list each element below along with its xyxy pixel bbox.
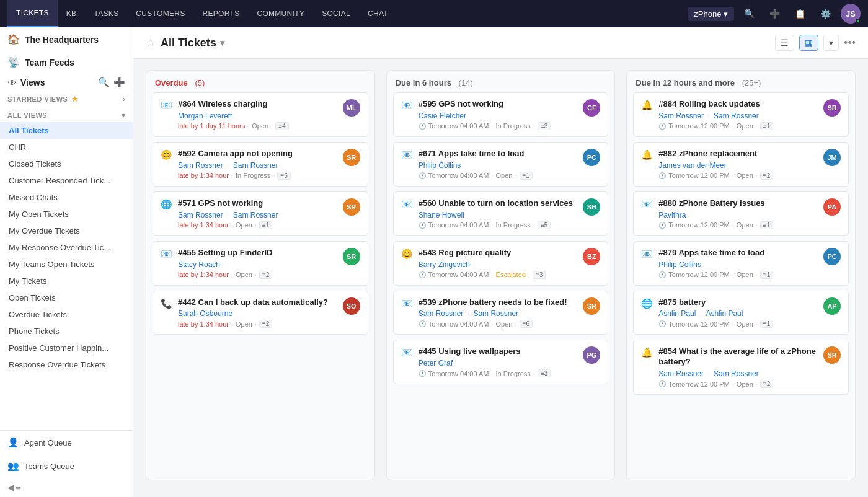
add-button[interactable]: ➕	[764, 6, 785, 21]
ticket-agent-secondary[interactable]: Sam Rossner	[473, 309, 518, 318]
sidebar-item-my-teams-open-tickets[interactable]: My Teams Open Tickets	[0, 256, 133, 273]
ticket-meta: 🕐 Tomorrow 12:00 PM · Open · ≡2	[658, 380, 818, 388]
ticket-agent-primary[interactable]: Casie Fletcher	[418, 112, 466, 120]
ticket-card-442[interactable]: 📞 #442 Can I back up data automatically?…	[153, 291, 368, 335]
ticket-card-592[interactable]: 😊 #592 Camera app not opening Sam Rossne…	[153, 142, 368, 187]
ticket-card-595[interactable]: 📧 #595 GPS not working Casie Fletcher 🕐 …	[393, 92, 609, 137]
sidebar-item-positive-customer-happin---[interactable]: Positive Customer Happin...	[0, 340, 133, 356]
ticket-agent-primary[interactable]: Philip Collins	[418, 161, 461, 170]
search-button[interactable]: 🔍	[739, 6, 760, 21]
zphone-button[interactable]: zPhone ▾	[688, 7, 734, 21]
sidebar-item-my-overdue-tickets[interactable]: My Overdue Tickets	[0, 222, 133, 239]
ticket-agent-primary[interactable]: James van der Meer	[658, 161, 726, 170]
ticket-agent-secondary[interactable]: Sam Rossner	[714, 369, 759, 378]
ticket-card-884[interactable]: 🔔 #884 Rolling back updates Sam Rossner …	[633, 92, 849, 137]
ticket-agent-primary[interactable]: Sarah Osbourne	[178, 309, 232, 318]
ticket-status: Open	[236, 221, 252, 229]
sidebar-item-customer-responded-tick---[interactable]: Customer Responded Tick...	[0, 172, 133, 189]
nav-item-reports[interactable]: REPORTS	[194, 0, 249, 27]
ticket-card-879[interactable]: 📧 #879 Apps take time to load Philip Col…	[633, 241, 849, 286]
sidebar-item-response-overdue-tickets[interactable]: Response Overdue Tickets	[0, 356, 133, 373]
view-options-button[interactable]: ▾	[823, 35, 839, 51]
views-search-icon[interactable]: 🔍	[98, 77, 110, 88]
nav-item-tasks[interactable]: TASKS	[85, 0, 127, 27]
grid-view-button[interactable]: ▦	[799, 35, 818, 51]
ticket-title: #592 Camera app not opening	[178, 149, 338, 159]
sidebar-team-feeds[interactable]: 📡 Team Feeds	[0, 50, 133, 73]
agent-queue-item[interactable]: 👤 Agent Queue	[0, 431, 133, 454]
sidebar-item-overdue-tickets[interactable]: Overdue Tickets	[0, 306, 133, 323]
teams-queue-item[interactable]: 👥 Teams Queue	[0, 454, 133, 478]
ticket-card-560[interactable]: 📧 #560 Unable to turn on location servic…	[393, 191, 609, 236]
ticket-agent-primary[interactable]: Sam Rossner	[658, 369, 704, 378]
ticket-card-455[interactable]: 📧 #455 Setting up FinderID Stacy Roach l…	[153, 241, 368, 286]
ticket-card-539[interactable]: 📧 #539 zPhone battery needs to be fixed!…	[393, 291, 609, 335]
ticket-agent-primary[interactable]: Pavithra	[658, 211, 686, 219]
ticket-agent-secondary[interactable]: Ashlin Paul	[706, 309, 743, 318]
sidebar-item-my-response-overdue-tic---[interactable]: My Response Overdue Tic...	[0, 239, 133, 256]
ticket-agent-primary[interactable]: Sam Rossner	[418, 309, 464, 318]
sidebar-item-my-tickets[interactable]: My Tickets	[0, 273, 133, 289]
ticket-agent-primary[interactable]: Sam Rossner	[178, 211, 223, 219]
sidebar-item-missed-chats[interactable]: Missed Chats	[0, 189, 133, 206]
sidebar-item-phone-tickets[interactable]: Phone Tickets	[0, 323, 133, 340]
ticket-body: #455 Setting up FinderID Stacy Roach lat…	[178, 248, 338, 279]
ticket-agent-primary[interactable]: Shane Howell	[418, 211, 464, 219]
ticket-card-571[interactable]: 🌐 #571 GPS not working Sam Rossner · Sam…	[153, 191, 368, 236]
ticket-card-875[interactable]: 🌐 #875 battery Ashlin Paul · Ashlin Paul…	[633, 291, 849, 335]
clock-icon: 🕐	[658, 222, 666, 229]
starred-views-expand[interactable]: ›	[123, 95, 125, 103]
ticket-agent-primary[interactable]: Sam Rossner	[658, 112, 704, 120]
headquarters-icon: 🏠	[7, 33, 20, 45]
nav-item-customers[interactable]: CUSTOMERS	[127, 0, 193, 27]
nav-item-community[interactable]: COMMUNITY	[248, 0, 313, 27]
views-add-icon[interactable]: ➕	[113, 77, 125, 88]
ticket-card-445[interactable]: 📧 #445 Using live wallpapers Peter Graf …	[393, 340, 609, 384]
notifications-button[interactable]: 📋	[790, 6, 810, 21]
ticket-agent-secondary[interactable]: Sam Rossner	[233, 211, 278, 219]
sidebar-item-open-tickets[interactable]: Open Tickets	[0, 289, 133, 306]
sidebar-item-closed-tickets[interactable]: Closed Tickets	[0, 156, 133, 172]
ticket-agent-primary[interactable]: Morgan Leverett	[178, 112, 232, 120]
sidebar-item-my-open-tickets[interactable]: My Open Tickets	[0, 206, 133, 222]
settings-button[interactable]: ⚙️	[815, 6, 836, 21]
ticket-agent-secondary[interactable]: Sam Rossner	[233, 161, 278, 170]
ticket-badge: ≡6	[520, 320, 533, 328]
sidebar-item-all-tickets[interactable]: All Tickets	[0, 122, 133, 139]
all-views-collapse[interactable]: ▾	[122, 111, 125, 120]
more-options-button[interactable]: •••	[844, 37, 856, 50]
ticket-agent-primary[interactable]: Ashlin Paul	[658, 309, 696, 318]
nav-item-social[interactable]: SOCIAL	[313, 0, 359, 27]
ticket-card-882[interactable]: 🔔 #882 zPhone replacement James van der …	[633, 142, 849, 187]
nav-item-chat[interactable]: CHAT	[359, 0, 397, 27]
favorite-star-icon[interactable]: ☆	[146, 36, 156, 50]
headquarters-label: The Headquarters	[25, 35, 99, 45]
nav-item-kb[interactable]: KB	[58, 0, 86, 27]
ticket-agent-primary[interactable]: Peter Graf	[418, 359, 453, 367]
ticket-agent-primary[interactable]: Barry Zingovich	[418, 260, 470, 269]
sidebar-item-chr[interactable]: CHR	[0, 139, 133, 156]
ticket-badge: ≡1	[520, 172, 533, 180]
ticket-avatar: AP	[823, 297, 841, 315]
ticket-card-864[interactable]: 📧 #864 Wireless charging Morgan Leverett…	[153, 92, 368, 137]
ticket-agent-primary[interactable]: Stacy Roach	[178, 260, 220, 269]
ticket-body: #671 Apps take time to load Philip Colli…	[418, 149, 578, 180]
user-avatar[interactable]: JS	[841, 4, 861, 24]
sidebar-collapse-btn[interactable]: ◀ ≡	[0, 478, 133, 497]
kanban-column-2: Due in 12 hours and more (25+) 🔔 #884 Ro…	[626, 70, 856, 480]
ticket-card-671[interactable]: 📧 #671 Apps take time to load Philip Col…	[393, 142, 609, 187]
sidebar-headquarters[interactable]: 🏠 The Headquarters	[0, 27, 133, 50]
ticket-agent-primary[interactable]: Sam Rossner	[178, 161, 223, 170]
ticket-agents: Shane Howell	[418, 211, 578, 219]
ticket-card-880[interactable]: 📧 #880 zPhone Battery Issues Pavithra 🕐 …	[633, 191, 849, 236]
ticket-agent-primary[interactable]: Philip Collins	[658, 260, 701, 269]
view-title-caret[interactable]: ▾	[220, 38, 224, 48]
ticket-avatar: PA	[823, 198, 841, 216]
ticket-meta: 🕐 Tomorrow 12:00 PM · Open · ≡2	[658, 172, 818, 180]
ticket-card-543[interactable]: 😊 #543 Reg picture quality Barry Zingovi…	[393, 241, 609, 286]
list-view-button[interactable]: ☰	[775, 35, 794, 51]
nav-item-tickets[interactable]: TICKETS	[7, 0, 58, 27]
meta-separator2: ·	[533, 370, 535, 377]
ticket-card-854[interactable]: 🔔 #854 What is the average life of a zPh…	[633, 340, 849, 395]
ticket-agent-secondary[interactable]: Sam Rossner	[714, 112, 759, 120]
